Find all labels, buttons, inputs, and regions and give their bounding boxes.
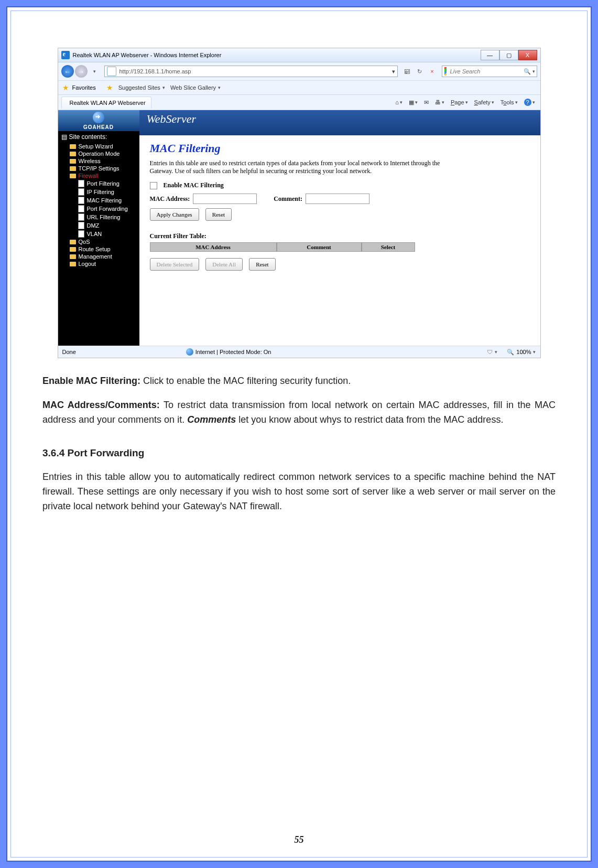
filter-table-title: Current Filter Table: xyxy=(150,232,530,240)
file-icon xyxy=(78,230,84,238)
sidebar-item-management[interactable]: Management xyxy=(58,253,139,260)
status-left: Done xyxy=(62,349,76,355)
folder-icon xyxy=(70,174,76,178)
doc-text: let you know about whys to restrict data… xyxy=(236,414,503,425)
close-button[interactable]: X xyxy=(518,50,537,60)
url-input[interactable] xyxy=(118,68,390,75)
sidebar-item-label: URL Filtering xyxy=(87,214,121,220)
live-search-icon xyxy=(444,67,447,76)
maximize-button[interactable]: ▢ xyxy=(499,50,518,60)
web-slice-link[interactable]: Web Slice Gallery ▾ xyxy=(168,84,221,91)
search-input[interactable] xyxy=(449,68,524,75)
folder-icon xyxy=(70,240,76,244)
sidebar-item-logout[interactable]: Logout xyxy=(58,260,139,267)
goahead-logo: GOAHEAD xyxy=(58,110,139,131)
file-icon xyxy=(78,188,84,196)
tools-menu[interactable]: Tools▾ xyxy=(498,99,520,105)
sidebar-item-ip-filtering[interactable]: IP Filtering xyxy=(58,188,139,196)
sidebar-item-vlan[interactable]: VLAN xyxy=(58,230,139,238)
sidebar-item-wireless[interactable]: Wireless xyxy=(58,157,139,165)
main-content: WebServer MAC Filtering Entries in this … xyxy=(139,110,540,348)
url-dropdown[interactable]: ▾ xyxy=(390,68,397,75)
page-heading: MAC Filtering xyxy=(150,142,530,155)
sidebar-item-label: Logout xyxy=(79,261,96,267)
sidebar-item-url-filtering[interactable]: URL Filtering xyxy=(58,213,139,221)
favorites-star-icon[interactable]: ★ xyxy=(62,83,69,92)
sidebar-item-port-filtering[interactable]: Port Filtering xyxy=(58,179,139,188)
webserver-banner: WebServer xyxy=(139,110,540,135)
browser-window: Realtek WLAN AP Webserver - Windows Inte… xyxy=(58,48,541,358)
sidebar-item-operation-mode[interactable]: Operation Mode xyxy=(58,150,139,157)
nav-bar: ← → ▾ ▾ 🗟 ↻ × 🔍 ▾ xyxy=(58,62,540,81)
help-icon[interactable]: ?▾ xyxy=(522,99,537,106)
delete-all-button[interactable]: Delete All xyxy=(205,258,243,271)
ie-icon xyxy=(61,51,70,59)
home-icon[interactable]: ⌂▾ xyxy=(393,99,405,105)
apply-changes-button[interactable]: Apply Changes xyxy=(150,208,199,221)
suggested-sites-label: Suggested Sites xyxy=(118,84,160,91)
safety-menu[interactable]: Safety▾ xyxy=(472,99,496,105)
favorites-label[interactable]: Favorites xyxy=(72,84,96,91)
sidebar-item-label: Setup Wizard xyxy=(79,143,113,149)
doc-emphasis: Comments xyxy=(187,414,236,425)
zoom-icon[interactable]: 🔍 xyxy=(507,349,514,356)
col-comment: Comment xyxy=(277,242,362,252)
add-to-favbar-icon[interactable]: ★ xyxy=(106,83,113,92)
sidebar-item-label: IP Filtering xyxy=(87,189,114,195)
sidebar-title-label: Site contents: xyxy=(69,133,107,141)
forward-button[interactable]: → xyxy=(75,65,88,78)
sidebar-item-qos[interactable]: QoS xyxy=(58,238,139,245)
sidebar-item-label: MAC Filtering xyxy=(87,197,122,203)
search-dropdown[interactable]: ▾ xyxy=(532,66,535,77)
page-icon xyxy=(107,67,116,76)
sidebar-item-label: VLAN xyxy=(87,231,102,237)
sidebar-item-label: DMZ xyxy=(87,222,100,229)
history-dropdown[interactable]: ▾ xyxy=(90,66,100,77)
delete-selected-button[interactable]: Delete Selected xyxy=(150,258,200,271)
compat-view-icon[interactable]: 🗟 xyxy=(402,66,412,77)
mail-icon[interactable]: ✉ xyxy=(422,99,431,106)
sidebar-item-port-forwarding[interactable]: Port Forwarding xyxy=(58,205,139,213)
sidebar-item-tcpip[interactable]: TCP/IP Settings xyxy=(58,165,139,172)
reset-table-button[interactable]: Reset xyxy=(249,258,275,271)
browser-tab[interactable]: Realtek WLAN AP Webserver xyxy=(61,97,151,109)
sidebar-item-route-setup[interactable]: Route Setup xyxy=(58,245,139,253)
enable-mac-checkbox[interactable] xyxy=(150,182,157,189)
status-bar: Done Internet | Protected Mode: On 🛡▾ 🔍 … xyxy=(58,346,540,358)
suggested-sites-link[interactable]: Suggested Sites ▾ xyxy=(116,84,165,91)
search-go-icon[interactable]: 🔍 xyxy=(524,68,531,75)
print-icon[interactable]: 🖶▾ xyxy=(433,99,447,105)
sidebar-item-label: Management xyxy=(79,253,112,260)
sidebar-item-label: Wireless xyxy=(79,158,101,164)
comment-input[interactable] xyxy=(306,194,369,204)
page-menu[interactable]: Page▾ xyxy=(449,99,470,105)
sidebar-item-label: QoS xyxy=(79,239,90,245)
stop-icon[interactable]: × xyxy=(427,66,438,77)
zoom-dropdown[interactable]: ▾ xyxy=(533,349,536,355)
tab-bar: Realtek WLAN AP Webserver ⌂▾ ▦▾ ✉ 🖶▾ Pag… xyxy=(58,95,540,110)
mac-address-input[interactable] xyxy=(193,194,257,204)
back-button[interactable]: ← xyxy=(61,65,74,78)
search-box[interactable]: 🔍 ▾ xyxy=(442,66,537,77)
sidebar-item-dmz[interactable]: DMZ xyxy=(58,221,139,230)
sidebar-item-firewall[interactable]: Firewall xyxy=(58,172,139,179)
filter-table-header: MAC Address Comment Select xyxy=(150,242,530,252)
page-intro: Entries in this table are used to restri… xyxy=(150,159,443,175)
comment-label: Comment: xyxy=(274,195,302,203)
zoom-level[interactable]: 100% xyxy=(516,349,531,355)
file-icon xyxy=(78,197,84,204)
favorites-bar: ★ Favorites ★ Suggested Sites ▾ Web Slic… xyxy=(58,81,540,95)
address-bar[interactable]: ▾ xyxy=(104,66,398,77)
doc-paragraph: Entries in this table allow you to autom… xyxy=(42,470,556,514)
sidebar-item-setup-wizard[interactable]: Setup Wizard xyxy=(58,143,139,150)
brand-label: GOAHEAD xyxy=(83,124,114,130)
sidebar-item-label: Port Forwarding xyxy=(87,206,128,212)
command-bar: ⌂▾ ▦▾ ✉ 🖶▾ Page▾ Safety▾ Tools▾ ?▾ xyxy=(393,99,537,106)
reset-button[interactable]: Reset xyxy=(205,208,232,221)
folder-icon xyxy=(70,152,76,156)
sidebar-item-mac-filtering[interactable]: MAC Filtering xyxy=(58,196,139,205)
refresh-icon[interactable]: ↻ xyxy=(415,66,425,77)
protected-mode-icon[interactable]: 🛡 xyxy=(487,349,493,355)
minimize-button[interactable]: — xyxy=(481,50,499,60)
feeds-icon[interactable]: ▦▾ xyxy=(407,99,420,106)
